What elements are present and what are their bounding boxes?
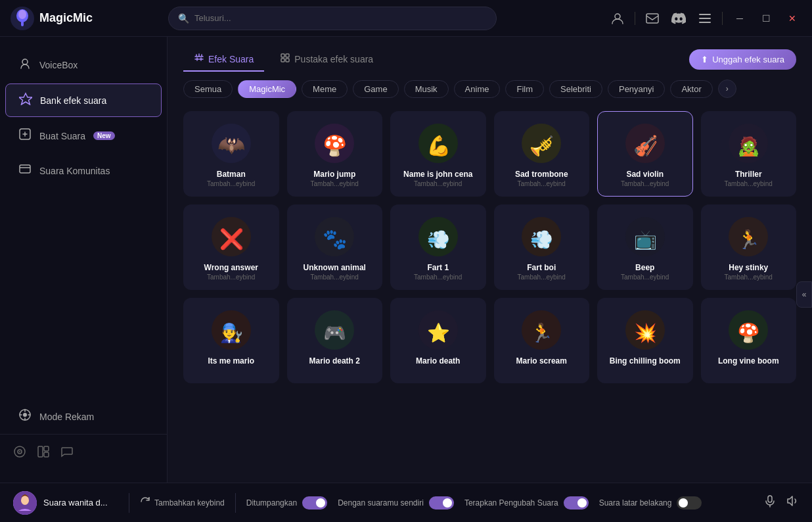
mail-icon[interactable]	[643, 9, 662, 28]
sidebar-item-bank-efek[interactable]: Bank efek suara	[5, 83, 162, 117]
sad-trombone-image: 🎺	[520, 122, 562, 164]
minimize-button[interactable]: ─	[731, 9, 749, 28]
layout-icon[interactable]	[37, 445, 50, 462]
sidebar-item-buat-suara[interactable]: Buat Suara New	[5, 120, 162, 152]
svg-text:💨: 💨	[530, 229, 553, 250]
search-input[interactable]	[194, 13, 487, 23]
svg-rect-8	[699, 22, 711, 23]
sound-card-unknown-animal[interactable]: 🐾 Unknown animal Tambah...eybind	[287, 204, 383, 290]
sound-card-fart1[interactable]: 💨 Fart 1 Tambah...eybind	[390, 204, 486, 290]
toggle-suara-sendiri-switch[interactable]	[429, 496, 454, 510]
its-me-mario-name: Its me mario	[208, 356, 254, 366]
new-badge: New	[93, 131, 115, 140]
tab-efek-suara[interactable]: Efek Suara	[183, 47, 264, 72]
user-icon[interactable]	[608, 9, 627, 28]
collapse-panel-button[interactable]: «	[796, 281, 812, 308]
toggle-latar-switch[interactable]	[677, 496, 702, 510]
fart1-bind: Tambah...eybind	[414, 273, 462, 281]
svg-text:❌: ❌	[219, 227, 244, 251]
sidebar-item-label-bank: Bank efek suara	[40, 95, 106, 106]
john-cena-image: 💪	[417, 122, 459, 164]
filter-magicmic[interactable]: MagicMic	[238, 80, 296, 98]
toggle-ditumpangkan-switch[interactable]	[302, 496, 327, 510]
filter-anime[interactable]: Anime	[454, 80, 501, 98]
filter-musik[interactable]: Musik	[404, 80, 449, 98]
toggle-pengubah-switch[interactable]	[564, 496, 589, 510]
sound-card-mario-scream[interactable]: 🏃 Mario scream	[494, 298, 590, 383]
toggle-pengubah-label: Terapkan Pengubah Suara	[464, 498, 558, 508]
bing-chilling-name: Bing chilling boom	[610, 356, 681, 366]
svg-rect-24	[286, 59, 289, 62]
hey-stinky-name: Hey stinky	[729, 263, 768, 272]
sound-card-its-me-mario[interactable]: 👨‍🔧 Its me mario	[183, 298, 279, 383]
svg-text:⭐: ⭐	[426, 322, 449, 344]
titlebar: MagicMic 🔍 ─ ☐ ✕	[0, 0, 812, 37]
filter-penyanyi[interactable]: Penyanyi	[608, 80, 665, 98]
sound-card-beep[interactable]: 📺 Beep Tambah...eybind	[597, 204, 693, 290]
svg-point-62	[21, 496, 29, 505]
batman-name: Batman	[217, 170, 246, 179]
titlebar-right: ─ ☐ ✕	[608, 9, 801, 28]
filter-more-button[interactable]: ›	[718, 80, 736, 98]
sep2	[722, 12, 723, 25]
mario-jump-name: Mario jump	[313, 170, 355, 179]
svg-rect-23	[281, 59, 284, 62]
sound-card-bing-chilling[interactable]: 💥 Bing chilling boom	[597, 298, 693, 383]
filter-game[interactable]: Game	[353, 80, 398, 98]
tab-pustaka-label: Pustaka efek suara	[294, 54, 373, 64]
svg-rect-63	[768, 496, 772, 502]
tab-bar: Efek Suara Pustaka efek suara	[183, 47, 384, 72]
close-button[interactable]: ✕	[783, 9, 801, 28]
volume-icon[interactable]	[786, 494, 799, 511]
sound-card-sad-trombone[interactable]: 🎺 Sad trombone Tambah...eybind	[494, 111, 590, 197]
batman-bind: Tambah...eybind	[207, 180, 255, 187]
chat-icon[interactable]	[60, 445, 74, 462]
svg-point-9	[22, 59, 28, 64]
beep-bind: Tambah...eybind	[621, 273, 669, 281]
sound-card-hey-stinky[interactable]: 🏃 Hey stinky Tambah...eybind	[701, 204, 797, 290]
fart-boi-name: Fart boi	[527, 263, 556, 272]
sad-violin-name: Sad violin	[626, 170, 664, 179]
filter-aktor[interactable]: Aktor	[670, 80, 712, 98]
filter-bar: Semua MagicMic Meme Game Musik Anime Fil…	[168, 72, 812, 106]
sound-card-john-cena[interactable]: 💪 Name is john cena Tambah...eybind	[390, 111, 486, 197]
maximize-button[interactable]: ☐	[757, 9, 775, 28]
sound-card-wrong-answer[interactable]: ❌ Wrong answer Tambah...eybind	[183, 204, 279, 290]
sad-trombone-bind: Tambah...eybind	[518, 180, 566, 187]
sound-card-thriller[interactable]: 🧟 Thriller Tambah...eybind	[701, 111, 797, 197]
discord-icon[interactable]	[669, 9, 688, 28]
menu-icon[interactable]	[696, 9, 714, 28]
tab-pustaka[interactable]: Pustaka efek suara	[269, 47, 384, 72]
its-me-mario-image: 👨‍🔧	[210, 309, 252, 351]
sound-card-mario-jump[interactable]: 🍄 Mario jump Tambah...eybind	[287, 111, 383, 197]
sound-card-sad-violin[interactable]: 🎻 Sad violin Tambah...eybind	[597, 111, 693, 197]
tab-efek-icon	[194, 53, 204, 65]
search-bar[interactable]: 🔍	[168, 7, 497, 30]
content-header: Efek Suara Pustaka efek suara ⬆ Unggah e…	[168, 37, 812, 72]
filter-selebriti[interactable]: Selebriti	[549, 80, 602, 98]
sound-card-batman[interactable]: 🦇 Batman Tambah...eybind	[183, 111, 279, 197]
sound-grid: 🦇 Batman Tambah...eybind 🍄 Mario jump	[183, 111, 796, 383]
sound-card-fart-boi[interactable]: 💨 Fart boi Tambah...eybind	[494, 204, 590, 290]
sound-card-mario-death[interactable]: ⭐ Mario death	[390, 298, 486, 383]
mario-scream-image: 🏃	[520, 309, 562, 351]
sidebar-item-komunitas[interactable]: Suara Komunitas	[5, 154, 162, 187]
upload-button[interactable]: ⬆ Unggah efek suara	[689, 49, 796, 70]
sound-card-mario-death2[interactable]: 🎮 Mario death 2	[287, 298, 383, 383]
filter-semua[interactable]: Semua	[183, 80, 233, 98]
target-icon[interactable]	[13, 445, 26, 462]
toggle-ditumpangkan: Ditumpangkan	[246, 496, 327, 510]
svg-point-14	[23, 413, 27, 417]
mario-jump-image: 🍄	[313, 122, 355, 164]
sound-card-long-vine[interactable]: 🍄 Long vine boom	[701, 298, 797, 383]
sidebar-item-mode-rekam[interactable]: Mode Rekam	[5, 400, 162, 433]
toggle-ditumpangkan-label: Ditumpangkan	[246, 498, 297, 508]
john-cena-name: Name is john cena	[403, 170, 472, 179]
filter-film[interactable]: Film	[505, 80, 544, 98]
keybind-button[interactable]: Tambahkan keybind	[140, 496, 225, 509]
unknown-animal-name: Unknown animal	[304, 263, 366, 272]
sidebar-item-voicebox[interactable]: VoiceBox	[5, 49, 162, 81]
filter-meme[interactable]: Meme	[302, 80, 348, 98]
microphone-icon[interactable]	[763, 494, 777, 511]
mario-death2-image: 🎮	[313, 309, 355, 351]
